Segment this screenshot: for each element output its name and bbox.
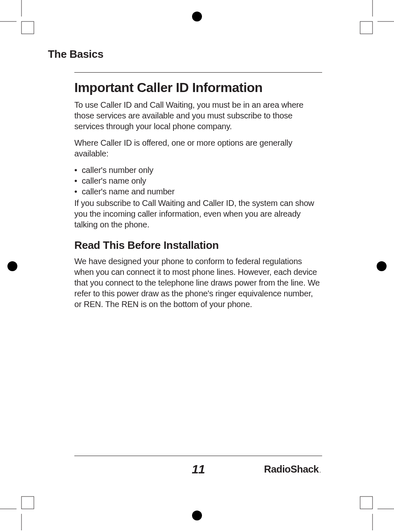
- svg-point-18: [7, 261, 17, 271]
- svg-rect-2: [21, 21, 34, 34]
- section-header: The Basics: [48, 48, 103, 61]
- main-content: Important Caller ID Information To use C…: [74, 72, 322, 315]
- registration-mark-top: [185, 4, 209, 29]
- svg-point-12: [192, 12, 202, 21]
- registration-mark-left: [0, 254, 25, 279]
- bullet-list: caller's number only caller's name only …: [74, 165, 322, 197]
- svg-rect-8: [21, 497, 34, 509]
- svg-rect-5: [360, 21, 373, 34]
- crop-mark-top-left: [0, 0, 37, 39]
- rule-top: [74, 72, 322, 73]
- svg-point-15: [192, 511, 202, 520]
- subheading: Read This Before Installation: [74, 239, 322, 252]
- page-number: 11: [192, 462, 204, 476]
- list-item: caller's name and number: [74, 186, 322, 197]
- brand-suffix: .: [320, 469, 320, 473]
- list-item: caller's number only: [74, 165, 322, 175]
- rule-bottom: [74, 456, 322, 456]
- crop-mark-bottom-left: [0, 493, 37, 532]
- brand-logo: RadioShack.: [264, 463, 320, 475]
- svg-point-21: [377, 261, 387, 271]
- crop-mark-bottom-right: [357, 493, 394, 532]
- crop-mark-top-right: [357, 0, 394, 39]
- paragraph: If you subscribe to Call Waiting and Cal…: [74, 198, 322, 230]
- paragraph: Where Caller ID is offered, one or more …: [74, 137, 322, 159]
- page-footer: 11 RadioShack.: [74, 456, 322, 475]
- registration-mark-right: [369, 254, 394, 279]
- registration-mark-bottom: [185, 503, 209, 528]
- paragraph: We have designed your phone to conform t…: [74, 256, 322, 310]
- page-title: Important Caller ID Information: [74, 80, 322, 95]
- list-item: caller's name only: [74, 175, 322, 186]
- brand-text: RadioShack: [264, 463, 318, 475]
- paragraph: To use Caller ID and Call Waiting, you m…: [74, 99, 322, 132]
- svg-rect-11: [360, 497, 373, 509]
